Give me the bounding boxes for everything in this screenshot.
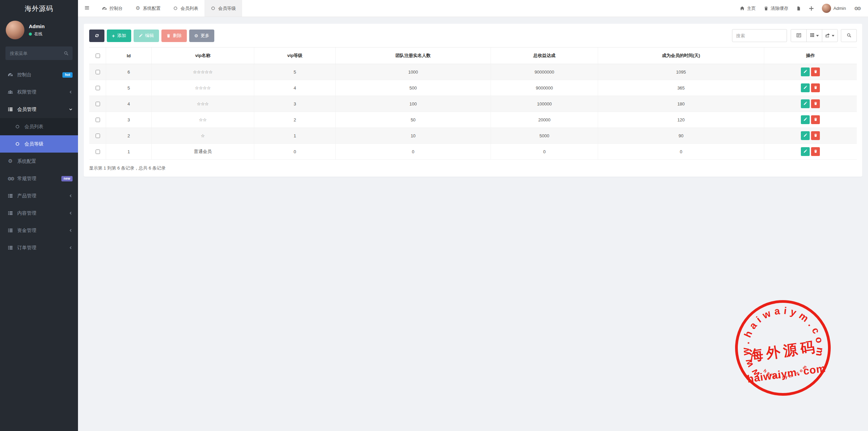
table-row: 6☆☆☆☆☆51000900000001095 xyxy=(89,64,857,80)
table-row: 1普通会员0000 xyxy=(89,144,857,160)
table-cell: 100 xyxy=(336,96,491,112)
tab-system-config[interactable]: ⚙ 系统配置 xyxy=(129,0,167,17)
edit-button[interactable]: 编辑 xyxy=(134,30,159,42)
edit-row-button[interactable] xyxy=(801,147,810,156)
table-card: + 添加 编辑 删除 xyxy=(84,24,862,177)
row-checkbox[interactable] xyxy=(96,86,100,90)
trash-icon xyxy=(166,34,171,38)
sidebar-item-member-level[interactable]: 会员等级 xyxy=(0,135,78,153)
delete-row-button[interactable] xyxy=(811,99,820,108)
table-cell: 20000 xyxy=(491,112,598,128)
table-cell: ☆☆☆ xyxy=(151,96,254,112)
pencil-icon xyxy=(803,70,807,75)
delete-row-button[interactable] xyxy=(811,147,820,156)
detail-view-button[interactable] xyxy=(791,29,807,42)
sidebar-item-contents[interactable]: 内容管理 xyxy=(0,204,78,222)
home-button[interactable]: 主页 xyxy=(736,0,760,17)
tab-label: 控制台 xyxy=(110,5,123,12)
row-select-cell xyxy=(89,96,106,112)
user-status-label: 在线 xyxy=(34,31,42,37)
table-cell: 5 xyxy=(254,64,336,80)
menu-toggle-button[interactable] xyxy=(78,0,96,17)
settings-button[interactable]: ⚙⚙ xyxy=(850,0,864,17)
refresh-button[interactable] xyxy=(89,30,104,42)
edit-row-button[interactable] xyxy=(801,115,810,124)
delete-row-button[interactable] xyxy=(811,131,820,140)
table-cell: 365 xyxy=(598,80,764,96)
sidebar-item-label: 会员列表 xyxy=(24,124,43,130)
tab-member-level[interactable]: 会员等级 xyxy=(204,0,242,17)
delete-row-button[interactable] xyxy=(811,115,820,124)
column-header-vip-name: vip名称 xyxy=(151,47,254,64)
table-cell: ☆☆☆☆☆ xyxy=(151,64,254,80)
row-checkbox[interactable] xyxy=(96,102,100,106)
sidebar-item-members[interactable]: 会员管理 xyxy=(0,101,78,118)
online-dot xyxy=(29,33,32,36)
fullscreen-button[interactable] xyxy=(805,0,818,17)
home-label: 主页 xyxy=(747,5,756,12)
language-button[interactable] xyxy=(792,0,805,17)
sidebar-item-funds[interactable]: 资金管理 xyxy=(0,222,78,239)
sidebar-item-member-list[interactable]: 会员列表 xyxy=(0,118,78,135)
delete-button[interactable]: 删除 xyxy=(161,30,187,42)
clear-cache-button[interactable]: 清除缓存 xyxy=(760,0,792,17)
row-checkbox[interactable] xyxy=(96,134,100,138)
list-icon xyxy=(7,228,14,233)
sidebar-item-console[interactable]: 控制台 hot xyxy=(0,66,78,83)
file-icon xyxy=(796,6,801,11)
export-button[interactable] xyxy=(822,29,838,42)
sidebar-item-label: 常规管理 xyxy=(17,176,36,182)
user-menu[interactable]: Admin xyxy=(818,0,850,17)
top-navbar: 控制台 ⚙ 系统配置 会员列表 会员等级 xyxy=(78,0,868,17)
sidebar-item-label: 资金管理 xyxy=(17,228,36,234)
chevron-left-icon xyxy=(69,229,73,232)
column-header-total-profit: 总收益达成 xyxy=(491,47,598,64)
edit-row-button[interactable] xyxy=(801,131,810,140)
columns-grid-icon xyxy=(810,33,814,38)
table-cell: 120 xyxy=(598,112,764,128)
chevron-left-icon xyxy=(69,194,73,198)
table-cell: 1000 xyxy=(336,64,491,80)
sidebar-item-permissions[interactable]: 权限管理 xyxy=(0,83,78,101)
gear-icon: ⚙ xyxy=(136,6,140,11)
columns-button[interactable] xyxy=(806,29,822,42)
hamburger-icon xyxy=(84,5,90,11)
content-area: + 添加 编辑 删除 xyxy=(78,17,868,431)
delete-row-button[interactable] xyxy=(811,67,820,76)
tachometer-icon xyxy=(7,72,14,77)
gears-icon: ⚙⚙ xyxy=(7,176,14,181)
search-toggle-button[interactable] xyxy=(841,29,857,42)
more-button[interactable]: ⚙ 更多 xyxy=(189,30,215,42)
sidebar-item-system-config[interactable]: ⚙ 系统配置 xyxy=(0,153,78,170)
delete-row-button[interactable] xyxy=(811,83,820,92)
sidebar-item-orders[interactable]: 订单管理 xyxy=(0,239,78,256)
edit-row-button[interactable] xyxy=(801,83,810,92)
tab-label: 会员等级 xyxy=(218,5,236,12)
table-search-input[interactable] xyxy=(732,29,787,42)
edit-row-button[interactable] xyxy=(801,99,810,108)
table-cell: 6 xyxy=(106,64,152,80)
app-root: 海外源码 Admin 在线 控制台 hot xyxy=(0,0,868,431)
trash-icon xyxy=(814,101,817,106)
toolbar: + 添加 编辑 删除 xyxy=(89,29,857,42)
select-all-checkbox[interactable] xyxy=(96,54,100,58)
table-cell: 2 xyxy=(106,128,152,144)
row-checkbox[interactable] xyxy=(96,70,100,74)
row-checkbox[interactable] xyxy=(96,150,100,154)
tab-member-list[interactable]: 会员列表 xyxy=(167,0,204,17)
member-level-table: Id vip名称 vip等级 团队注册实名人数 总收益达成 成为会员的时间(天)… xyxy=(89,47,857,160)
sidebar-search-input[interactable] xyxy=(5,46,73,60)
column-header-actions: 操作 xyxy=(764,47,857,64)
table-tools xyxy=(732,29,857,42)
tab-console[interactable]: 控制台 xyxy=(96,0,129,17)
circle-o-icon xyxy=(14,142,21,146)
edit-row-button[interactable] xyxy=(801,67,810,76)
sidebar-item-label: 内容管理 xyxy=(17,210,36,216)
table-cell: 0 xyxy=(254,144,336,160)
row-checkbox[interactable] xyxy=(96,118,100,122)
sidebar-item-general[interactable]: ⚙⚙ 常规管理 new xyxy=(0,170,78,187)
watermark-center-cn: 海外源码 xyxy=(748,338,819,364)
add-button[interactable]: + 添加 xyxy=(107,30,131,42)
sidebar-item-products[interactable]: 产品管理 xyxy=(0,187,78,204)
table-cell: 1 xyxy=(254,128,336,144)
